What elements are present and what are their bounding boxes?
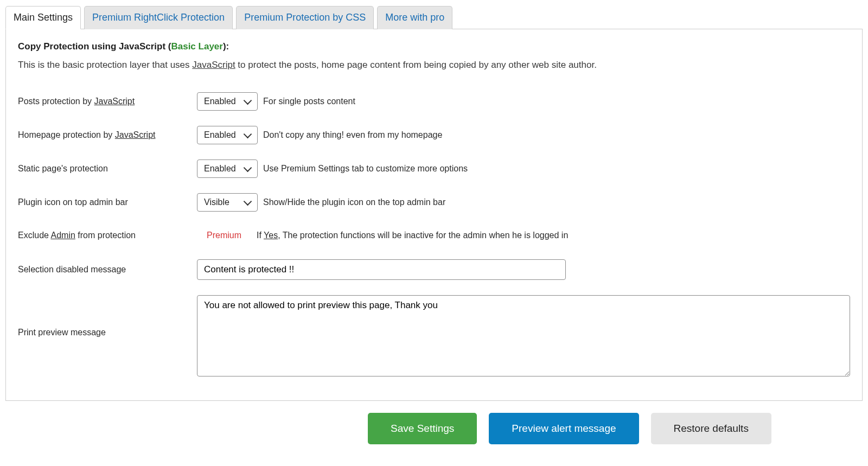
label-static-protection: Static page's protection <box>18 164 197 174</box>
tabs-bar: Main Settings Premium RightClick Protect… <box>5 5 863 29</box>
row-homepage-protection: Homepage protection by JavaScript Enable… <box>18 118 850 152</box>
select-value: Visible <box>204 197 229 207</box>
label-posts-protection: Posts protection by JavaScript <box>18 97 197 106</box>
row-exclude-admin: Exclude Admin from protection Premium If… <box>18 219 850 252</box>
tab-premium-rightclick[interactable]: Premium RightClick Protection <box>84 6 233 29</box>
label-exclude-admin: Exclude Admin from protection <box>18 231 197 240</box>
tab-premium-css[interactable]: Premium Protection by CSS <box>236 6 374 29</box>
hint-exclude-admin: If Yes, The protection functions will be… <box>257 231 568 240</box>
desc-after: to protect the posts, home page content … <box>235 60 597 70</box>
label-selection-message: Selection disabled message <box>18 265 197 275</box>
hint-static-protection: Use Premium Settings tab to customize mo… <box>263 164 468 174</box>
label-plugin-icon: Plugin icon on top admin bar <box>18 197 197 207</box>
tab-more-pro[interactable]: More with pro <box>377 6 452 29</box>
label-print-message: Print preview message <box>18 295 197 337</box>
select-plugin-icon[interactable]: Visible <box>197 193 258 212</box>
label-homepage-protection: Homepage protection by JavaScript <box>18 130 197 140</box>
row-plugin-icon: Plugin icon on top admin bar Visible Sho… <box>18 186 850 219</box>
preview-button[interactable]: Preview alert message <box>489 413 639 444</box>
select-value: Enabled <box>204 130 236 140</box>
hint-plugin-icon: Show/Hide the plugin icon on the top adm… <box>263 197 445 207</box>
button-bar: Save Settings Preview alert message Rest… <box>5 413 863 444</box>
heading-layer: Basic Layer <box>171 41 222 52</box>
select-value: Enabled <box>204 164 236 174</box>
premium-badge: Premium <box>207 231 241 240</box>
row-print-message: Print preview message <box>18 288 850 384</box>
textarea-print-message[interactable] <box>197 295 850 376</box>
row-static-protection: Static page's protection Enabled Use Pre… <box>18 152 850 186</box>
restore-button[interactable]: Restore defaults <box>651 413 771 444</box>
row-selection-message: Selection disabled message <box>18 252 850 288</box>
heading-prefix: Copy Protection using JavaScript ( <box>18 41 171 52</box>
select-homepage-protection[interactable]: Enabled <box>197 126 258 144</box>
select-static-protection[interactable]: Enabled <box>197 159 258 178</box>
hint-posts-protection: For single posts content <box>263 97 355 106</box>
desc-before: This is the basic protection layer that … <box>18 60 192 70</box>
heading-suffix: ): <box>223 41 229 52</box>
settings-panel: Copy Protection using JavaScript (Basic … <box>5 29 863 401</box>
row-posts-protection: Posts protection by JavaScript Enabled F… <box>18 85 850 118</box>
section-description: This is the basic protection layer that … <box>18 60 850 71</box>
select-posts-protection[interactable]: Enabled <box>197 92 258 111</box>
desc-uline: JavaScript <box>192 60 235 70</box>
save-button[interactable]: Save Settings <box>368 413 477 444</box>
select-value: Enabled <box>204 97 236 106</box>
tab-main-settings[interactable]: Main Settings <box>5 6 81 29</box>
hint-homepage-protection: Don't copy any thing! even from my homep… <box>263 130 442 140</box>
section-heading: Copy Protection using JavaScript (Basic … <box>18 41 850 52</box>
input-selection-message[interactable] <box>197 259 566 280</box>
